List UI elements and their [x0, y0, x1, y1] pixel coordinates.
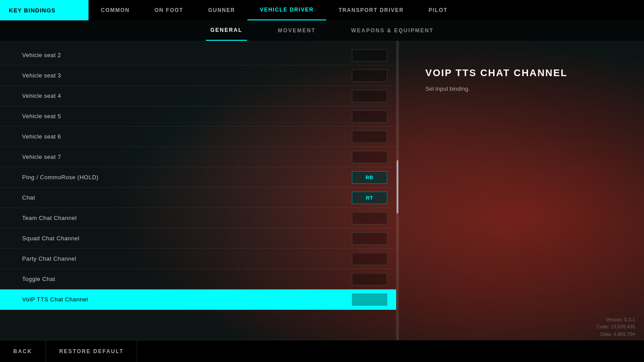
binding-label-squad-chat: Squad Chat Channel — [22, 235, 80, 242]
nav-tab-pilot[interactable]: PILOT — [416, 0, 460, 20]
binding-label-voip-tts: VoIP TTS Chat Channel — [22, 296, 88, 303]
binding-info-description: Set input binding. — [425, 85, 622, 92]
binding-row-seat2[interactable]: Vehicle seat 2 — [0, 45, 396, 65]
nav-tab-common[interactable]: COMMON — [89, 0, 142, 20]
binding-row-seat3[interactable]: Vehicle seat 3 — [0, 65, 396, 86]
nav-tab-transport-driver[interactable]: TRANSPORT DRIVER — [326, 0, 416, 20]
scrollbar-divider — [396, 41, 399, 340]
main-layout: Vehicle seat 2Vehicle seat 3Vehicle seat… — [0, 41, 644, 340]
nav-tab-on-foot[interactable]: ON FOOT — [142, 0, 196, 20]
binding-label-team-chat: Team Chat Channel — [22, 215, 77, 221]
nav-brand: KEY BINDINGS — [0, 0, 89, 20]
binding-label-seat7: Vehicle seat 7 — [22, 154, 61, 160]
binding-key-chat[interactable]: RT — [352, 192, 387, 204]
binding-key-toggle-chat[interactable] — [352, 273, 387, 285]
binding-info-title: VOIP TTS CHAT CHANNEL — [425, 67, 622, 79]
binding-row-ping[interactable]: Ping / CommoRose (HOLD)RB — [0, 167, 396, 188]
binding-label-seat4: Vehicle seat 4 — [22, 92, 61, 99]
bindings-panel: Vehicle seat 2Vehicle seat 3Vehicle seat… — [0, 41, 396, 340]
binding-label-seat6: Vehicle seat 6 — [22, 133, 61, 140]
binding-label-seat3: Vehicle seat 3 — [22, 72, 61, 79]
bottom-bar: BACK RESTORE DEFAULT — [0, 340, 644, 362]
version-data: Data: 4,869,704 — [597, 331, 635, 338]
binding-label-ping: Ping / CommoRose (HOLD) — [22, 174, 99, 181]
binding-key-seat3[interactable] — [352, 69, 387, 82]
nav-tabs: COMMONON FOOTGUNNERVEHICLE DRIVERTRANSPO… — [89, 0, 644, 20]
binding-key-voip-tts[interactable] — [352, 293, 387, 306]
info-panel: VOIP TTS CHAT CHANNEL Set input binding. — [399, 41, 644, 340]
binding-row-squad-chat[interactable]: Squad Chat Channel — [0, 228, 396, 249]
binding-key-team-chat[interactable] — [352, 212, 387, 224]
version-number: Version: 0.3.1 — [597, 316, 635, 323]
binding-row-toggle-chat[interactable]: Toggle Chat — [0, 269, 396, 289]
binding-key-seat5[interactable] — [352, 110, 387, 123]
binding-row-team-chat[interactable]: Team Chat Channel — [0, 208, 396, 228]
binding-row-party-chat[interactable]: Party Chat Channel — [0, 249, 396, 269]
back-button[interactable]: BACK — [0, 340, 46, 362]
binding-label-chat: Chat — [22, 194, 35, 201]
sub-navigation: GENERALMOVEMENTWEAPONS & EQUIPMENT — [0, 20, 644, 41]
binding-key-squad-chat[interactable] — [352, 232, 387, 245]
version-info: Version: 0.3.1 Code: 13,039,435 Data: 4,… — [597, 316, 635, 338]
nav-tab-gunner[interactable]: GUNNER — [196, 0, 247, 20]
binding-row-seat5[interactable]: Vehicle seat 5 — [0, 106, 396, 127]
binding-key-seat4[interactable] — [352, 90, 387, 102]
sub-tab-general[interactable]: GENERAL — [206, 20, 247, 41]
binding-row-voip-tts[interactable]: VoIP TTS Chat Channel — [0, 289, 396, 310]
nav-tab-vehicle-driver[interactable]: VEHICLE DRIVER — [247, 0, 326, 20]
binding-label-party-chat: Party Chat Channel — [22, 255, 76, 262]
binding-key-ping[interactable]: RB — [352, 171, 387, 184]
binding-row-seat7[interactable]: Vehicle seat 7 — [0, 147, 396, 167]
top-navigation: KEY BINDINGS COMMONON FOOTGUNNERVEHICLE … — [0, 0, 644, 20]
binding-key-party-chat[interactable] — [352, 253, 387, 265]
binding-row-seat6[interactable]: Vehicle seat 6 — [0, 127, 396, 147]
sub-tab-weapons[interactable]: WEAPONS & EQUIPMENT — [347, 20, 438, 41]
binding-label-toggle-chat: Toggle Chat — [22, 276, 55, 282]
binding-label-seat5: Vehicle seat 5 — [22, 113, 61, 119]
version-code: Code: 13,039,435 — [597, 323, 635, 331]
binding-row-chat[interactable]: ChatRT — [0, 188, 396, 208]
binding-row-seat4[interactable]: Vehicle seat 4 — [0, 86, 396, 106]
sub-tab-movement[interactable]: MOVEMENT — [274, 20, 320, 41]
restore-default-button[interactable]: RESTORE DEFAULT — [46, 340, 138, 362]
binding-key-seat7[interactable] — [352, 151, 387, 163]
binding-label-seat2: Vehicle seat 2 — [22, 52, 61, 58]
binding-key-seat2[interactable] — [352, 49, 387, 62]
binding-key-seat6[interactable] — [352, 131, 387, 143]
scrollbar-thumb[interactable] — [397, 160, 398, 213]
